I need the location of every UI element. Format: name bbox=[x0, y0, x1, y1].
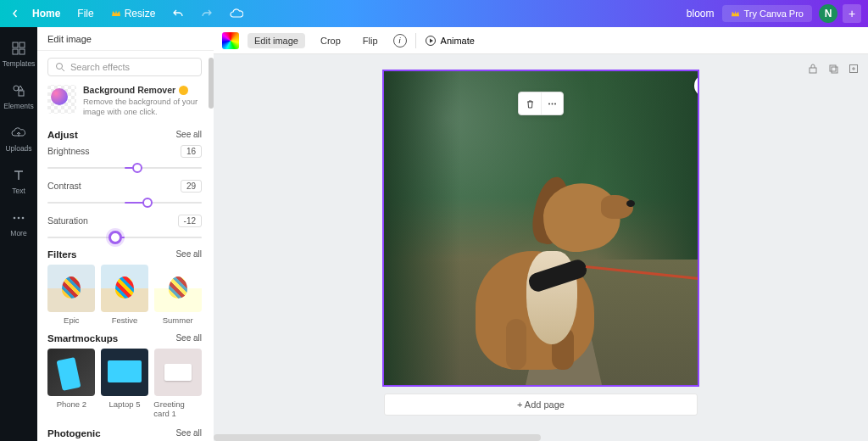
rail-more[interactable]: More bbox=[0, 204, 37, 246]
file-menu[interactable]: File bbox=[69, 0, 102, 27]
svg-rect-0 bbox=[13, 42, 18, 47]
pro-badge-icon bbox=[179, 86, 188, 95]
delete-button[interactable] bbox=[519, 92, 541, 114]
canvas-toolbar: Edit image Crop Flip i Animate bbox=[214, 27, 868, 54]
templates-icon bbox=[11, 41, 26, 56]
trash-icon bbox=[525, 98, 536, 109]
canvas-page[interactable]: + Add page bbox=[384, 71, 698, 416]
workspace[interactable]: + Add page bbox=[214, 54, 868, 441]
top-app-bar: Home File Resize bloom Try Canva Pro N + bbox=[0, 0, 868, 27]
smartmockups-heading: Smartmockups bbox=[47, 333, 118, 343]
filter-festive[interactable]: Festive bbox=[101, 265, 149, 325]
uploads-icon bbox=[11, 126, 26, 141]
crown-icon bbox=[111, 8, 121, 19]
svg-point-8 bbox=[22, 217, 25, 220]
toolbar-divider bbox=[415, 33, 416, 48]
elements-icon bbox=[11, 83, 26, 98]
photogenic-see-all[interactable]: See all bbox=[175, 428, 202, 438]
edit-image-tab[interactable]: Edit image bbox=[248, 33, 305, 48]
text-icon bbox=[11, 168, 26, 183]
horizontal-scrollbar[interactable] bbox=[214, 434, 541, 441]
svg-point-16 bbox=[552, 103, 554, 104]
brightness-value[interactable]: 16 bbox=[181, 145, 202, 158]
crop-tab[interactable]: Crop bbox=[314, 33, 348, 48]
svg-point-15 bbox=[548, 103, 550, 104]
add-page-button[interactable]: + Add page bbox=[384, 394, 698, 416]
filters-heading: Filters bbox=[47, 249, 77, 260]
share-add-button[interactable]: + bbox=[843, 4, 861, 23]
home-button[interactable]: Home bbox=[24, 0, 69, 27]
add-page-icon bbox=[848, 63, 860, 75]
animate-icon bbox=[425, 35, 437, 47]
search-effects-input[interactable] bbox=[47, 58, 202, 76]
undo-button[interactable] bbox=[164, 0, 192, 27]
cloud-icon bbox=[230, 8, 243, 19]
selected-image[interactable] bbox=[384, 71, 698, 385]
animate-button[interactable]: Animate bbox=[425, 35, 475, 47]
lock-icon bbox=[807, 63, 819, 75]
mockup-laptop[interactable]: Laptop 5 bbox=[101, 349, 149, 418]
user-avatar[interactable]: N bbox=[819, 4, 837, 23]
project-name[interactable]: bloom bbox=[678, 8, 723, 20]
cloud-sync-button[interactable] bbox=[221, 0, 252, 27]
saturation-value[interactable]: -12 bbox=[178, 215, 202, 227]
rail-templates[interactable]: Templates bbox=[0, 34, 37, 76]
try-pro-button[interactable]: Try Canva Pro bbox=[722, 5, 812, 22]
dots-icon bbox=[547, 98, 558, 109]
crown-icon bbox=[731, 9, 740, 19]
flip-tab[interactable]: Flip bbox=[356, 33, 385, 48]
svg-rect-2 bbox=[13, 49, 18, 54]
undo-icon bbox=[172, 8, 184, 20]
element-context-toolbar bbox=[518, 92, 564, 115]
more-icon bbox=[11, 210, 26, 226]
svg-rect-13 bbox=[832, 67, 837, 73]
panel-title: Edit image bbox=[37, 27, 214, 51]
search-effects-field[interactable] bbox=[70, 62, 194, 72]
brightness-slider[interactable]: Brightness 16 bbox=[47, 145, 202, 171]
svg-point-9 bbox=[57, 64, 63, 70]
edit-image-panel: Edit image Background Remover Remove the… bbox=[37, 27, 214, 441]
adjust-see-all[interactable]: See all bbox=[175, 130, 202, 139]
back-button[interactable] bbox=[7, 9, 24, 18]
svg-rect-3 bbox=[19, 49, 25, 54]
smartmockups-see-all[interactable]: See all bbox=[175, 333, 202, 343]
redo-button[interactable] bbox=[192, 0, 221, 27]
background-remover-card[interactable]: Background Remover Remove the background… bbox=[47, 85, 202, 118]
left-nav-rail: Templates Elements Uploads Text More bbox=[0, 27, 37, 441]
info-button[interactable]: i bbox=[393, 34, 407, 47]
svg-point-6 bbox=[14, 217, 16, 220]
svg-point-7 bbox=[18, 217, 20, 220]
duplicate-icon bbox=[827, 63, 839, 75]
canvas-area: Edit image Crop Flip i Animate bbox=[214, 27, 868, 441]
filters-see-all[interactable]: See all bbox=[175, 249, 202, 259]
saturation-slider[interactable]: Saturation -12 bbox=[47, 215, 202, 241]
contrast-value[interactable]: 29 bbox=[181, 180, 202, 193]
duplicate-page-button[interactable] bbox=[826, 61, 841, 76]
search-icon bbox=[55, 62, 65, 72]
rail-text[interactable]: Text bbox=[0, 161, 37, 204]
filter-summer[interactable]: Summer bbox=[153, 265, 202, 325]
bg-remover-thumb bbox=[47, 85, 76, 114]
svg-rect-11 bbox=[810, 68, 816, 73]
svg-rect-5 bbox=[19, 91, 24, 96]
rail-elements[interactable]: Elements bbox=[0, 76, 37, 119]
svg-rect-12 bbox=[830, 65, 836, 71]
mockup-phone[interactable]: Phone 2 bbox=[47, 349, 96, 418]
svg-rect-1 bbox=[19, 42, 25, 47]
adjust-heading: Adjust bbox=[47, 130, 78, 140]
contrast-slider[interactable]: Contrast 29 bbox=[47, 180, 202, 206]
rail-uploads[interactable]: Uploads bbox=[0, 119, 37, 161]
svg-point-17 bbox=[554, 103, 556, 104]
image-content-dog bbox=[384, 71, 698, 385]
color-picker-button[interactable] bbox=[222, 32, 239, 49]
redo-icon bbox=[201, 8, 213, 20]
resize-button[interactable]: Resize bbox=[103, 0, 164, 27]
photogenic-heading: Photogenic bbox=[47, 428, 101, 438]
filter-epic[interactable]: Epic bbox=[47, 265, 96, 325]
mockup-card[interactable]: Greeting card 1 bbox=[153, 349, 202, 418]
lock-page-button[interactable] bbox=[805, 61, 821, 76]
more-options-button[interactable] bbox=[541, 92, 563, 114]
add-page-icon-button[interactable] bbox=[846, 61, 861, 76]
